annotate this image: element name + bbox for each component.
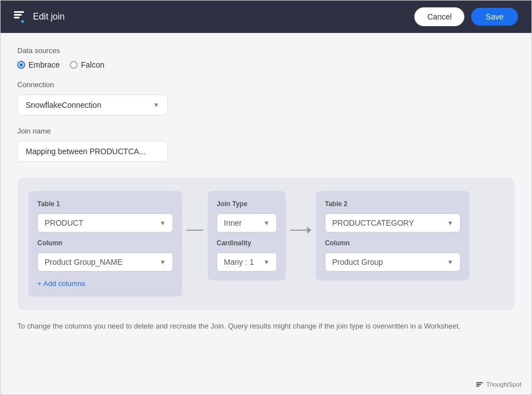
column1-value: Product Group_NAME	[45, 258, 122, 266]
logo	[14, 11, 26, 23]
join-name-label: Join name	[17, 127, 515, 135]
join-type-value: Inner	[224, 218, 242, 227]
cardinality-select-row: Many : 1 ▼	[217, 253, 277, 272]
data-sources-row: Embrace Falcon	[17, 60, 515, 69]
cardinality-chevron-icon: ▼	[263, 259, 270, 265]
app-container: Edit join Cancel Save Data sources Embra…	[0, 0, 532, 395]
info-text: To change the columns you need to delete…	[17, 321, 515, 331]
column2-select[interactable]: Product Group ▼	[325, 253, 461, 272]
join-type-card: Join Type Inner ▼ Cardinality Many : 1 ▼	[208, 191, 286, 280]
radio-falcon-label: Falcon	[81, 60, 104, 69]
ts-bar-1	[476, 382, 483, 383]
column2-value: Product Group	[332, 258, 383, 266]
column1-chevron-icon: ▼	[160, 259, 166, 265]
arrow-right-icon	[307, 227, 311, 234]
table1-select[interactable]: PRODUCT ▼	[37, 213, 173, 232]
join-type-chevron-icon: ▼	[263, 220, 270, 226]
footer-logo-icon	[476, 382, 483, 387]
main-content: Data sources Embrace Falcon Connection S…	[1, 33, 531, 394]
column1-select-row: Product Group_NAME ▼	[37, 253, 173, 272]
column1-select[interactable]: Product Group_NAME ▼	[37, 253, 173, 272]
header-left: Edit join	[14, 11, 65, 23]
table2-select[interactable]: PRODUCTCATEGORY ▼	[325, 213, 461, 232]
connection-label: Connection	[17, 80, 515, 89]
connection-value: SnowflakeConnection	[26, 101, 101, 110]
ts-bar-2	[476, 384, 481, 385]
table1-chevron-icon: ▼	[160, 220, 166, 226]
add-columns-button[interactable]: + Add columns	[37, 279, 85, 288]
column1-label: Column	[37, 239, 173, 247]
join-diagram: Table 1 PRODUCT ▼ Column Product Group_N…	[17, 178, 515, 310]
join-type-select[interactable]: Inner ▼	[217, 213, 277, 232]
cardinality-label: Cardinality	[217, 239, 277, 247]
logo-dot	[21, 20, 24, 23]
data-sources-section: Data sources Embrace Falcon	[17, 46, 515, 69]
logo-bar-1	[14, 11, 24, 13]
radio-embrace[interactable]: Embrace	[17, 60, 60, 69]
footer: ThoughtSpot	[476, 381, 521, 388]
line-right	[290, 230, 307, 231]
radio-embrace-circle	[17, 61, 25, 69]
logo-bar-3	[14, 17, 20, 18]
line-left	[186, 230, 203, 231]
radio-falcon-circle	[70, 61, 78, 69]
table2-label: Table 2	[325, 200, 461, 208]
footer-brand-label: ThoughtSpot	[486, 381, 521, 388]
add-columns-label: + Add columns	[37, 279, 85, 288]
logo-icon	[14, 11, 24, 23]
column2-label: Column	[325, 239, 461, 247]
ts-bar-3	[476, 386, 480, 387]
join-type-label: Join Type	[217, 200, 277, 208]
column2-select-row: Product Group ▼	[325, 253, 461, 272]
connection-chevron-icon: ▼	[153, 101, 160, 109]
save-button[interactable]: Save	[471, 8, 518, 26]
column2-chevron-icon: ▼	[447, 259, 453, 265]
join-type-select-row: Inner ▼	[217, 213, 277, 232]
radio-falcon[interactable]: Falcon	[70, 60, 104, 69]
table1-select-row: PRODUCT ▼	[37, 213, 173, 232]
table1-label: Table 1	[37, 200, 173, 208]
data-sources-label: Data sources	[17, 46, 515, 55]
table2-card: Table 2 PRODUCTCATEGORY ▼ Column Product…	[316, 191, 469, 280]
table1-value: PRODUCT	[45, 218, 83, 227]
cardinality-value: Many : 1	[224, 258, 254, 266]
header-actions: Cancel Save	[414, 7, 518, 26]
table1-card: Table 1 PRODUCT ▼ Column Product Group_N…	[28, 191, 182, 297]
header: Edit join Cancel Save	[1, 1, 531, 33]
connector-left	[186, 230, 203, 259]
connector-right	[290, 227, 311, 261]
page-title: Edit join	[33, 12, 65, 22]
connection-select[interactable]: SnowflakeConnection ▼	[17, 94, 168, 116]
cardinality-select[interactable]: Many : 1 ▼	[217, 253, 277, 272]
table2-chevron-icon: ▼	[447, 220, 453, 226]
logo-bar-2	[14, 14, 22, 16]
radio-embrace-label: Embrace	[28, 60, 60, 69]
cancel-button[interactable]: Cancel	[414, 7, 464, 26]
join-name-input[interactable]	[17, 141, 168, 162]
table2-value: PRODUCTCATEGORY	[332, 218, 414, 227]
table2-select-row: PRODUCTCATEGORY ▼	[325, 213, 461, 232]
connection-section: Connection SnowflakeConnection ▼	[17, 80, 515, 116]
join-name-section: Join name	[17, 127, 515, 162]
